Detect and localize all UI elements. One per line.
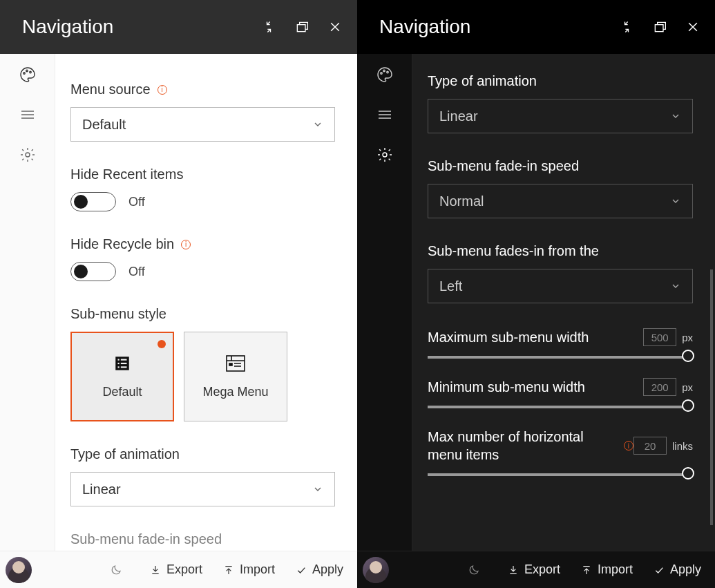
scrollbar[interactable] [710, 269, 713, 525]
svg-point-2 [26, 70, 27, 71]
unit: links [672, 440, 693, 452]
svg-rect-9 [121, 362, 127, 363]
svg-rect-10 [118, 366, 120, 368]
toggle-state: Off [128, 265, 145, 279]
titlebar-icons [262, 20, 357, 34]
avatar[interactable] [6, 557, 32, 583]
slider-handle[interactable] [682, 350, 694, 362]
svg-point-3 [29, 71, 30, 73]
select-value: Default [82, 117, 126, 133]
palette-icon[interactable] [376, 66, 393, 83]
import-button[interactable]: Import [581, 562, 633, 577]
chevron-down-icon [670, 196, 681, 207]
anim-type-label: Type of animation [428, 73, 693, 89]
palette-icon[interactable] [19, 66, 36, 83]
svg-point-16 [383, 70, 384, 71]
max-links-input[interactable]: 20 [633, 437, 667, 455]
mega-menu-icon [226, 354, 245, 372]
chevron-down-icon [312, 119, 323, 130]
download-icon [150, 565, 161, 576]
tile-default[interactable]: Default [70, 332, 174, 421]
fade-speed-label: Sub-menu fade-in speed [428, 158, 693, 174]
max-width-slider[interactable] [428, 356, 693, 359]
tile-label: Default [102, 385, 142, 399]
hide-recent-label: Hide Recent items [70, 167, 335, 182]
panel-title: Navigation [0, 16, 262, 38]
anim-type-select[interactable]: Linear [70, 472, 335, 506]
dark-mode-icon[interactable] [468, 564, 480, 576]
svg-point-15 [380, 73, 381, 74]
svg-rect-13 [229, 363, 232, 366]
menu-icon[interactable] [19, 106, 36, 123]
tile-mega-menu[interactable]: Mega Menu [184, 332, 287, 421]
content-area: Menu sourcei Default Hide Recent items O… [55, 54, 357, 551]
fade-from-select[interactable]: Left [428, 269, 693, 303]
slider-handle[interactable] [682, 399, 694, 412]
min-width-slider[interactable] [428, 406, 693, 408]
svg-point-1 [23, 73, 24, 74]
info-icon[interactable]: i [158, 85, 167, 95]
menu-icon[interactable] [376, 106, 393, 123]
collapse-icon[interactable] [262, 20, 276, 34]
side-tabs [0, 54, 55, 551]
svg-rect-14 [655, 25, 663, 32]
check-icon [654, 565, 665, 576]
navigation-panel-light: Navigation Menu sourcei Default Hide Rec… [0, 0, 357, 588]
download-icon [508, 565, 519, 576]
chevron-down-icon [670, 111, 681, 122]
info-icon[interactable]: i [624, 441, 633, 451]
fade-speed-select[interactable]: Normal [428, 184, 693, 218]
svg-rect-0 [297, 25, 305, 32]
min-width-input[interactable]: 200 [643, 378, 676, 396]
list-icon [113, 354, 132, 372]
svg-point-4 [26, 153, 30, 157]
avatar[interactable] [363, 557, 389, 583]
upload-icon [581, 565, 592, 576]
hide-recycle-toggle[interactable] [70, 262, 116, 281]
slider-handle[interactable] [682, 467, 694, 480]
restore-window-icon[interactable] [295, 20, 309, 34]
min-width-label: Minimum sub-menu width [428, 379, 643, 395]
svg-rect-8 [118, 362, 120, 363]
gear-icon[interactable] [19, 146, 36, 163]
svg-rect-6 [118, 359, 120, 360]
apply-button[interactable]: Apply [296, 562, 343, 577]
submenu-style-label: Sub-menu style [70, 306, 335, 322]
max-width-input[interactable]: 500 [643, 328, 676, 346]
gear-icon[interactable] [376, 146, 393, 163]
hide-recent-toggle[interactable] [70, 192, 116, 211]
close-icon[interactable] [328, 20, 342, 34]
select-value: Linear [82, 482, 121, 497]
max-links-label: Max number of horizontal menu itemsi [428, 428, 633, 464]
footer: Export Import Apply [0, 551, 357, 588]
dark-mode-icon[interactable] [110, 564, 122, 576]
menu-source-select[interactable]: Default [70, 107, 335, 142]
anim-type-select[interactable]: Linear [428, 99, 693, 133]
chevron-down-icon [312, 484, 323, 495]
import-button[interactable]: Import [223, 562, 275, 577]
footer: Export Import Apply [357, 551, 715, 588]
svg-rect-7 [121, 359, 127, 360]
titlebar-icons [620, 20, 715, 34]
content-area: Type of animation Linear Sub-menu fade-i… [412, 54, 715, 551]
restore-window-icon[interactable] [653, 20, 667, 34]
close-icon[interactable] [686, 20, 700, 34]
toggle-state: Off [128, 195, 145, 209]
info-icon[interactable]: i [181, 240, 191, 249]
max-links-slider[interactable] [428, 473, 693, 476]
tile-label: Mega Menu [202, 385, 268, 399]
side-tabs [357, 54, 412, 551]
panel-title: Navigation [357, 16, 620, 38]
unit: px [682, 332, 693, 343]
select-value: Normal [439, 193, 484, 209]
unit: px [682, 381, 693, 393]
hide-recycle-label: Hide Recycle bini [70, 236, 335, 252]
fade-speed-cutoff-label: Sub-menu fade-in speed [70, 531, 335, 547]
collapse-icon[interactable] [620, 20, 633, 34]
svg-point-18 [383, 153, 387, 157]
export-button[interactable]: Export [150, 562, 202, 577]
export-button[interactable]: Export [508, 562, 560, 577]
menu-source-label: Menu sourcei [70, 82, 335, 97]
apply-button[interactable]: Apply [654, 562, 701, 577]
select-value: Left [439, 278, 462, 294]
